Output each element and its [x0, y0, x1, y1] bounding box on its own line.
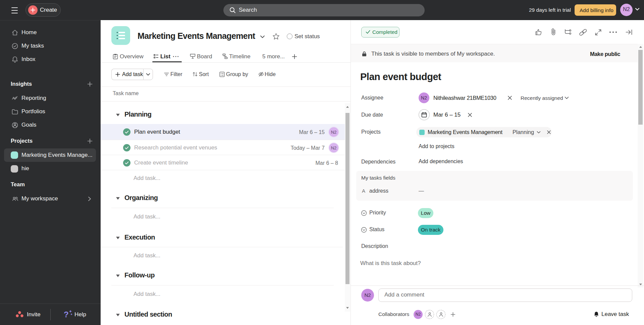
svg-text:?: ? — [64, 310, 69, 319]
